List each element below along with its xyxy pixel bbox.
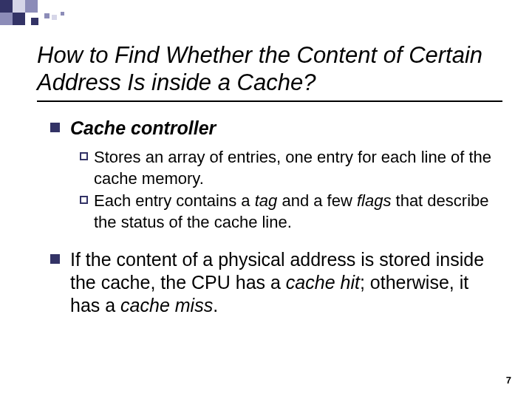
slide-content: Cache controller Stores an array of entr… bbox=[37, 117, 502, 324]
title-underline bbox=[37, 100, 502, 102]
text-italic: cache miss bbox=[120, 295, 213, 316]
bullet-2: If the content of a physical address is … bbox=[50, 248, 502, 318]
text: and a few bbox=[277, 191, 357, 210]
text: entry contains a bbox=[131, 191, 255, 210]
square-bullet-icon bbox=[50, 123, 60, 132]
text: an array of entries, one entry for each … bbox=[94, 148, 491, 188]
bullet-1-sub-1: Stores an array of entries, one entry fo… bbox=[80, 147, 502, 189]
text: . bbox=[213, 295, 218, 316]
bullet-1-head: Cache controller bbox=[70, 117, 216, 138]
page-number: 7 bbox=[506, 375, 511, 386]
text-italic: cache hit bbox=[286, 272, 360, 293]
square-bullet-icon bbox=[50, 254, 60, 264]
text-italic: flags bbox=[357, 191, 391, 210]
text: Stores bbox=[94, 148, 141, 166]
text-italic: tag bbox=[255, 191, 278, 210]
slide-title: How to Find Whether the Content of Certa… bbox=[37, 41, 510, 96]
text: Each bbox=[94, 191, 131, 210]
bullet-1-sub-2: Each entry contains a tag and a few flag… bbox=[80, 191, 502, 233]
hollow-square-bullet-icon bbox=[80, 196, 88, 204]
bullet-1: Cache controller bbox=[50, 117, 502, 140]
hollow-square-bullet-icon bbox=[80, 152, 88, 160]
